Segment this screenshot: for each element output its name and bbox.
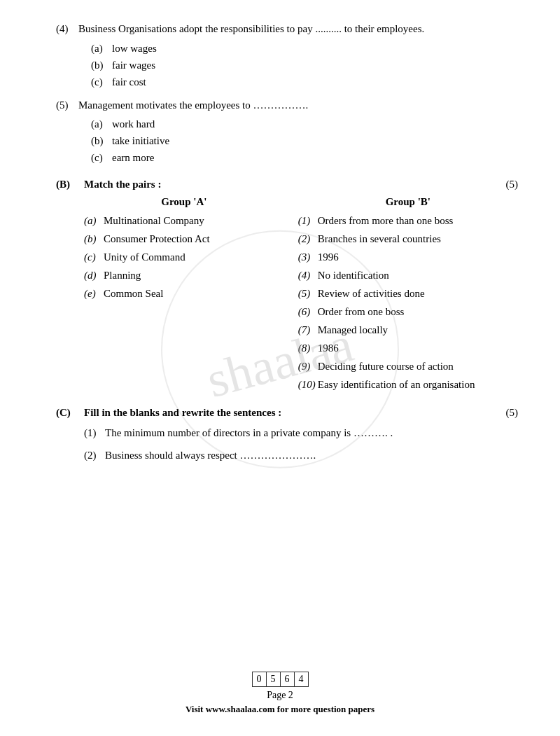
q4-opt-b: (b) fair wages [91,57,518,74]
group-b-item-6: (7) Managed locally [298,321,518,338]
section-b-header: (B) Match the pairs : (5) [56,179,518,190]
code-0: 0 [253,672,267,686]
q5-text: Management motivates the employees to ……… [78,97,518,113]
footer-code: 0 5 6 4 [252,672,309,687]
footer-page: Page 2 [0,690,560,701]
q5-num: (5) [56,97,78,113]
exam-page: shaalaa (4) Business Organisations adopt… [0,0,560,736]
fill-num-1: (1) [84,424,105,441]
q4-opt-a: (a) low wages [91,40,518,57]
q5-opt-b-label: (b) [91,132,112,149]
q4-num: (4) [56,21,78,37]
group-b-text-4: Review of activities done [318,285,518,302]
group-b-label-1: (2) [298,230,318,247]
group-b-text-1: Branches in several countries [318,230,518,247]
group-b-item-2: (3) 1996 [298,249,518,265]
group-a-label-1: (b) [84,230,104,247]
group-a-header: Group 'A' [84,196,284,208]
group-b-item-0: (1) Orders from more than one boss [298,212,518,229]
group-b-text-0: Orders from more than one boss [318,212,518,229]
group-b-label-8: (9) [298,358,318,375]
group-a-item-4: (e) Common Seal [84,285,284,302]
q4-opt-b-label: (b) [91,57,112,74]
group-b-text-5: Order from one boss [318,303,518,320]
group-a-item-3: (d) Planning [84,267,284,284]
group-b-item-1: (2) Branches in several countries [298,230,518,247]
question-4: (4) Business Organisations adopt the res… [56,21,518,90]
section-c-letter: (C) [56,407,84,419]
section-b-marks: (5) [506,179,519,190]
group-a-text-4: Common Seal [104,285,284,302]
group-a-label-4: (e) [84,285,104,302]
group-a-text-3: Planning [104,267,284,284]
section-b-letter: (B) [56,179,84,190]
fill-num-2: (2) [84,447,105,464]
fill-item-1: (1) The minimum number of directors in a… [84,424,518,441]
q5-opt-c: (c) earn more [91,149,518,166]
group-a-text-1: Consumer Protection Act [104,230,284,247]
q4-opt-a-text: low wages [112,40,157,57]
group-a-label-3: (d) [84,267,104,284]
page-footer: 0 5 6 4 Page 2 Visit www.shaalaa.com for… [0,672,560,715]
q4-opt-c: (c) fair cost [91,74,518,90]
q4-text: Business Organisations adopt the respons… [78,21,518,37]
group-b-label-6: (7) [298,321,318,338]
group-b-label-5: (6) [298,303,318,320]
q5-options: (a) work hard (b) take initiative (c) ea… [91,116,518,166]
group-a-item-1: (b) Consumer Protection Act [84,230,284,247]
group-b-label-7: (8) [298,340,318,356]
footer-url: Visit www.shaalaa.com for more question … [0,704,560,715]
q4-opt-c-label: (c) [91,74,112,90]
section-c-header: (C) Fill in the blanks and rewrite the s… [56,407,518,419]
q4-options: (a) low wages (b) fair wages (c) fair co… [91,40,518,90]
section-c: (C) Fill in the blanks and rewrite the s… [56,407,518,464]
code-1: 5 [267,672,281,686]
section-c-marks: (5) [506,407,519,419]
group-b-text-9: Easy identification of an organisation [318,376,518,393]
q4-opt-a-label: (a) [91,40,112,57]
footer-code-box: 0 5 6 4 [0,672,560,690]
group-b-text-8: Deciding future course of action [318,358,518,375]
group-b-item-9: (10) Easy identification of an organisat… [298,376,518,393]
group-b-header: Group 'B' [298,196,518,208]
match-pairs-container: Group 'A' (a) Multinational Company (b) … [84,196,518,394]
group-b-col: Group 'B' (1) Orders from more than one … [298,196,518,394]
q4-line: (4) Business Organisations adopt the res… [56,21,518,37]
group-b-text-7: 1986 [318,340,518,356]
fill-text-2: Business should always respect …………………. [105,447,518,464]
group-b-item-5: (6) Order from one boss [298,303,518,320]
question-5: (5) Management motivates the employees t… [56,97,518,167]
group-b-item-8: (9) Deciding future course of action [298,358,518,375]
group-a-col: Group 'A' (a) Multinational Company (b) … [84,196,284,394]
q5-line: (5) Management motivates the employees t… [56,97,518,113]
group-b-item-3: (4) No identification [298,267,518,284]
group-b-label-9: (10) [298,376,318,393]
group-a-item-2: (c) Unity of Command [84,249,284,265]
q4-opt-c-text: fair cost [112,74,146,90]
group-b-item-7: (8) 1986 [298,340,518,356]
q5-opt-b: (b) take initiative [91,132,518,149]
group-b-label-2: (3) [298,249,318,265]
fill-text-1: The minimum number of directors in a pri… [105,424,518,441]
group-b-text-6: Managed locally [318,321,518,338]
group-a-label-2: (c) [84,249,104,265]
group-b-item-4: (5) Review of activities done [298,285,518,302]
group-b-label-4: (5) [298,285,318,302]
fill-item-2: (2) Business should always respect ……………… [84,447,518,464]
group-a-text-0: Multinational Company [104,212,284,229]
q5-opt-a: (a) work hard [91,116,518,132]
group-a-text-2: Unity of Command [104,249,284,265]
section-c-title: Fill in the blanks and rewrite the sente… [84,407,506,419]
q5-opt-a-label: (a) [91,116,112,132]
group-b-label-3: (4) [298,267,318,284]
section-b-title: Match the pairs : [84,179,506,190]
code-3: 4 [295,672,308,686]
q5-opt-c-label: (c) [91,149,112,166]
q4-opt-b-text: fair wages [112,57,155,74]
q5-opt-b-text: take initiative [112,132,169,149]
q5-opt-c-text: earn more [112,149,154,166]
group-b-text-2: 1996 [318,249,518,265]
group-b-label-0: (1) [298,212,318,229]
group-a-label-0: (a) [84,212,104,229]
group-a-item-0: (a) Multinational Company [84,212,284,229]
